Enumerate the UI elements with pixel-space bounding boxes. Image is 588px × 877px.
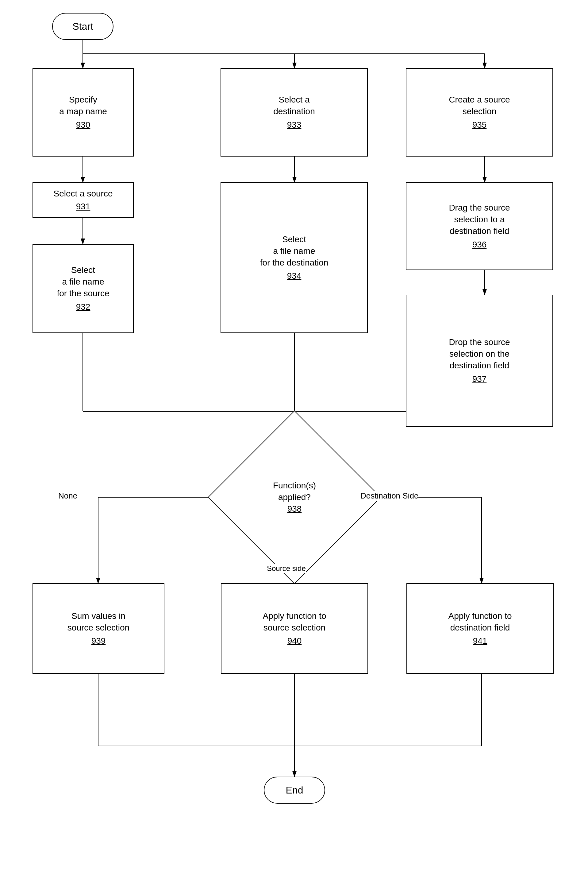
node-938: Function(s)applied? 938 (233, 436, 356, 559)
node-933: Select adestination 933 (220, 68, 368, 156)
node-939-ref: 939 (92, 635, 106, 647)
node-936: Drag the sourceselection to adestination… (406, 182, 553, 270)
label-destination-side: Destination Side (360, 491, 418, 501)
node-938-ref: 938 (287, 504, 302, 513)
node-937-label: Drop the sourceselection on thedestinati… (449, 337, 510, 371)
node-940-label: Apply function tosource selection (262, 610, 326, 633)
node-932-label: Selecta file namefor the source (57, 264, 109, 299)
node-935-ref: 935 (472, 119, 487, 131)
node-937: Drop the sourceselection on thedestinati… (406, 295, 553, 427)
node-934-ref: 934 (287, 270, 302, 282)
node-934: Selecta file namefor the destination 934 (220, 182, 368, 333)
start-node: Start (52, 13, 114, 40)
node-932: Selecta file namefor the source 932 (33, 244, 134, 333)
node-937-ref: 937 (472, 373, 487, 385)
node-932-ref: 932 (76, 301, 90, 313)
node-935-label: Create a sourceselection (449, 94, 510, 117)
node-936-label: Drag the sourceselection to adestination… (449, 202, 510, 237)
node-939-label: Sum values insource selection (68, 610, 129, 633)
node-933-label: Select adestination (273, 94, 315, 117)
node-936-ref: 936 (472, 239, 487, 250)
node-938-text: Function(s)applied? 938 (233, 436, 356, 559)
flowchart: Start Specifya map name 930 Select a sou… (0, 0, 588, 877)
end-label: End (286, 785, 303, 796)
node-940-ref: 940 (287, 635, 302, 647)
node-931: Select a source 931 (33, 182, 134, 218)
node-940: Apply function tosource selection 940 (221, 583, 368, 674)
node-941-ref: 941 (473, 635, 488, 647)
node-938-label: Function(s)applied? (273, 481, 316, 502)
node-934-label: Selecta file namefor the destination (260, 233, 328, 268)
node-941-label: Apply function todestination field (448, 610, 512, 633)
node-930-ref: 930 (76, 119, 90, 131)
node-930: Specifya map name 930 (33, 68, 134, 156)
label-none: None (58, 491, 77, 501)
node-939: Sum values insource selection 939 (33, 583, 164, 674)
node-931-ref: 931 (76, 201, 90, 212)
node-933-ref: 933 (287, 119, 302, 131)
node-930-label: Specifya map name (59, 94, 107, 117)
label-source-side: Source side (267, 564, 306, 573)
node-935: Create a sourceselection 935 (406, 68, 553, 156)
node-941: Apply function todestination field 941 (406, 583, 554, 674)
start-label: Start (72, 21, 93, 32)
node-931-label: Select a source (54, 188, 113, 200)
end-node: End (264, 777, 325, 804)
